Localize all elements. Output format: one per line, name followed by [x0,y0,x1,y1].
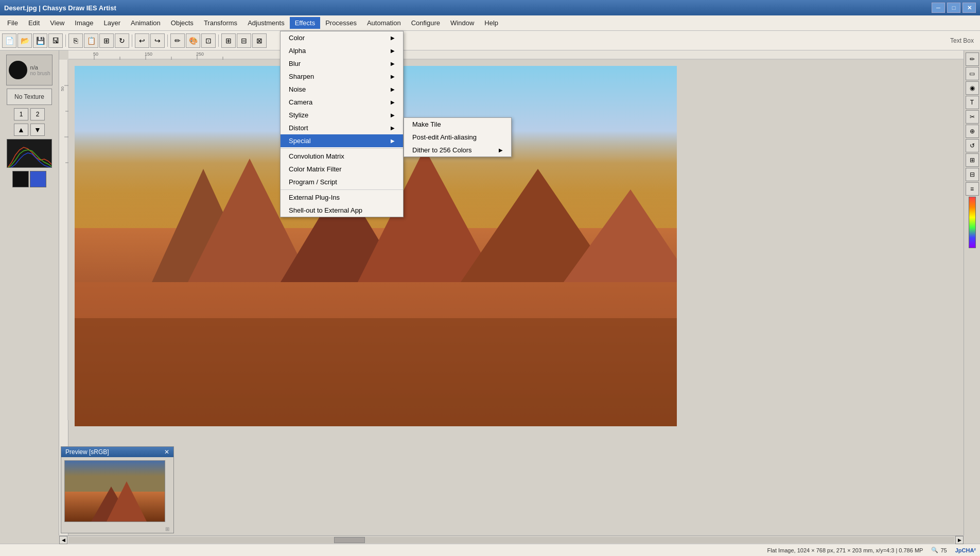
scroll-thumb[interactable] [334,537,365,543]
right-tool-9[interactable]: ⊟ [966,168,979,181]
redo-button[interactable]: ↪ [150,33,165,48]
foreground-swatch[interactable] [12,171,29,187]
layer-number-buttons: 1 2 [14,108,45,120]
right-tool-4[interactable]: T [966,96,979,109]
effects-special[interactable]: Special▶ [281,134,403,147]
menu-window[interactable]: Window [445,17,479,29]
menu-image[interactable]: Image [69,17,98,29]
special-submenu: Make Tile Post-edit Anti-aliasing Dither… [404,117,512,157]
effects-script[interactable]: Program / Script [281,176,403,188]
special-antialias[interactable]: Post-edit Anti-aliasing [404,131,511,144]
right-tool-1[interactable]: ✏ [966,53,979,66]
right-tool-2[interactable]: ▭ [966,67,979,80]
color-button[interactable]: 🎨 [186,33,200,48]
save-button[interactable]: 💾 [33,33,47,48]
menu-effects[interactable]: Effects [290,17,321,29]
noise-arrow: ▶ [391,86,395,92]
special-maketile[interactable]: Make Tile [404,118,511,131]
close-button[interactable]: ✕ [962,3,976,13]
menu-automation[interactable]: Automation [362,17,406,29]
effects-blur[interactable]: Blur▶ [281,57,403,70]
toolbar-sep-1 [65,34,66,47]
effects-convolution[interactable]: Convolution Matrix [281,150,403,163]
background-swatch[interactable] [30,171,46,187]
right-tool-3[interactable]: ◉ [966,81,979,95]
preview-resize[interactable]: ⊞ [61,525,173,533]
new-button[interactable]: 📄 [2,33,16,48]
svg-text:150: 150 [145,51,152,57]
brush-value-label: n/a [30,64,50,71]
menu-transforms[interactable]: Transforms [199,17,242,29]
color-swatches [12,171,46,187]
effects-noise[interactable]: Noise▶ [281,83,403,96]
save-as-button[interactable]: 🖫 [48,33,63,48]
window-title: Desert.jpg | Chasys Draw IES Artist [4,4,116,12]
right-tool-7[interactable]: ↺ [966,139,979,152]
layer-1-button[interactable]: 1 [14,108,28,120]
guides-button[interactable]: ⊟ [237,33,251,48]
open-button[interactable]: 📂 [18,33,32,48]
layer-arrow-buttons: ▲ ▼ [14,124,45,136]
paste-button[interactable]: 📋 [84,33,98,48]
textbox-label: Text Box [950,37,978,44]
toolbar-sep-4 [218,34,219,47]
layer-up-button[interactable]: ▲ [14,124,28,136]
rulers-button[interactable]: ⊠ [252,33,267,48]
effects-sharpen[interactable]: Sharpen▶ [281,70,403,83]
preview-image [64,460,165,522]
sharpen-arrow: ▶ [391,74,395,79]
menu-help[interactable]: Help [479,17,503,29]
effects-distort[interactable]: Distort▶ [281,121,403,134]
scroll-left-button[interactable]: ◀ [59,536,67,544]
right-tool-6[interactable]: ⊕ [966,125,979,138]
copy-button[interactable]: ⎘ [68,33,83,48]
svg-text:250: 250 [196,51,204,57]
no-brush-label: no brush [30,71,50,76]
svg-rect-27 [75,318,677,426]
undo-button[interactable]: ↩ [135,33,149,48]
effects-color[interactable]: Color▶ [281,31,403,44]
menu-view[interactable]: View [45,17,69,29]
menu-file[interactable]: File [2,17,23,29]
statusbar: Flat Image, 1024 × 768 px, 271 × 203 mm,… [0,544,980,556]
effects-dropdown: Color▶ Alpha▶ Blur▶ Sharpen▶ Noise▶ Came… [280,31,404,217]
right-tool-8[interactable]: ⊞ [966,153,979,167]
menu-objects[interactable]: Objects [166,17,199,29]
layer-down-button[interactable]: ▼ [30,124,45,136]
histogram-chart [7,140,52,168]
no-texture-button[interactable]: No Texture [7,89,52,105]
menu-edit[interactable]: Edit [23,17,45,29]
effects-camera[interactable]: Camera▶ [281,96,403,109]
alpha-arrow: ▶ [391,48,395,54]
scroll-track[interactable] [68,537,954,543]
preview-panel: Preview [sRGB] ✕ ⊞ [61,446,174,533]
menu-layer[interactable]: Layer [98,17,126,29]
right-tool-10[interactable]: ≡ [966,182,979,196]
camera-arrow: ▶ [391,99,395,105]
preview-close-button[interactable]: ✕ [164,448,169,456]
layer-2-button[interactable]: 2 [30,108,45,120]
menu-adjustments[interactable]: Adjustments [242,17,290,29]
menu-animation[interactable]: Animation [126,17,166,29]
scroll-right-button[interactable]: ▶ [955,536,964,544]
restore-button[interactable]: □ [947,3,960,13]
horizontal-ruler: 50 150 250 [68,50,964,60]
right-tool-5[interactable]: ✂ [966,110,979,124]
effects-stylize[interactable]: Stylize▶ [281,109,403,121]
special-dither[interactable]: Dither to 256 Colors▶ [404,144,511,157]
menu-processes[interactable]: Processes [320,17,362,29]
select-button[interactable]: ⊡ [201,33,216,48]
blur-arrow: ▶ [391,61,395,66]
menu-configure[interactable]: Configure [406,17,445,29]
effects-alpha[interactable]: Alpha▶ [281,44,403,57]
effects-plugins[interactable]: External Plug-Ins [281,191,403,204]
brush-button[interactable]: ✏ [170,33,185,48]
minimize-button[interactable]: ─ [932,3,945,13]
effects-shellout[interactable]: Shell-out to External App [281,204,403,217]
resize-button[interactable]: ⊞ [99,33,114,48]
titlebar: Desert.jpg | Chasys Draw IES Artist ─ □ … [0,0,980,15]
special-arrow: ▶ [391,138,395,144]
effects-colormatrix[interactable]: Color Matrix Filter [281,163,403,176]
rotate-button[interactable]: ↻ [115,33,129,48]
grid-button[interactable]: ⊞ [221,33,236,48]
